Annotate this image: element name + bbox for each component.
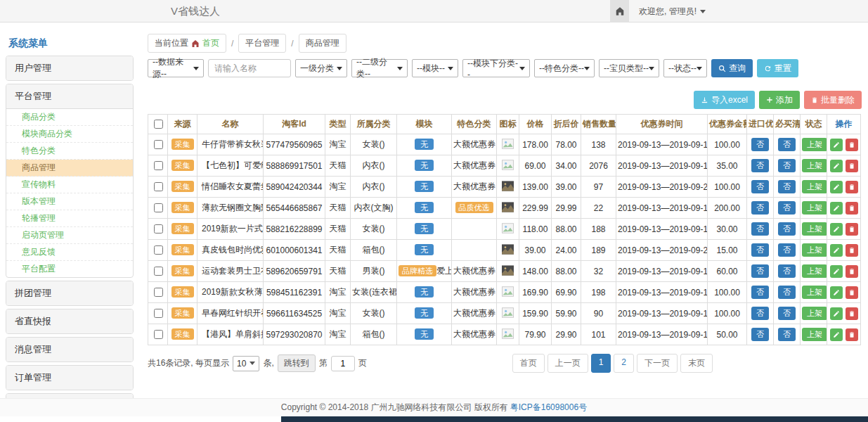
edit-button[interactable] (830, 202, 843, 215)
must-buy-toggle[interactable]: 否 (778, 328, 796, 341)
import-select-toggle[interactable]: 否 (751, 328, 769, 341)
must-buy-toggle[interactable]: 否 (778, 286, 796, 299)
sidebar-group-header[interactable]: 订单管理 (6, 366, 133, 390)
import-select-toggle[interactable]: 否 (751, 180, 769, 193)
delete-button[interactable] (846, 202, 858, 215)
status-toggle[interactable]: 上架 (802, 159, 827, 172)
sidebar-group-header[interactable]: 平台管理 (6, 84, 133, 108)
add-button[interactable]: 添加 (759, 91, 800, 109)
must-buy-toggle[interactable]: 否 (778, 180, 796, 193)
must-buy-toggle[interactable]: 否 (778, 307, 796, 320)
level1-category-select[interactable]: 一级分类 (295, 59, 347, 77)
edit-button[interactable] (830, 265, 843, 278)
row-checkbox[interactable] (154, 288, 163, 297)
edit-button[interactable] (830, 223, 843, 236)
user-menu[interactable]: 欢迎您, 管理员! (639, 6, 706, 18)
row-checkbox[interactable] (154, 267, 163, 276)
sidebar-item[interactable]: 版本管理 (6, 193, 133, 210)
reset-button[interactable]: 重置 (757, 59, 798, 77)
row-checkbox[interactable] (154, 224, 163, 234)
must-buy-toggle[interactable]: 否 (778, 201, 796, 215)
sidebar-item[interactable]: 轮播管理 (6, 210, 133, 227)
sidebar-item[interactable]: 平台配置 (6, 261, 133, 277)
import-select-toggle[interactable]: 否 (751, 243, 769, 257)
page-button[interactable]: 末页 (680, 354, 713, 373)
select-all-checkbox[interactable] (154, 120, 163, 129)
per-page-select[interactable]: 10 (233, 356, 259, 371)
status-select[interactable]: --状态-- (663, 59, 707, 77)
delete-button[interactable] (846, 181, 858, 193)
breadcrumb-item-platform[interactable]: 平台管理 (238, 34, 286, 53)
page-button[interactable]: 上一页 (548, 354, 588, 373)
delete-button[interactable] (846, 307, 858, 320)
breadcrumb-item-products[interactable]: 商品管理 (299, 34, 346, 53)
edit-button[interactable] (830, 139, 843, 151)
delete-button[interactable] (846, 139, 858, 151)
delete-button[interactable] (846, 328, 858, 341)
row-checkbox[interactable] (154, 245, 163, 255)
edit-button[interactable] (830, 181, 843, 193)
status-toggle[interactable]: 上架 (802, 201, 827, 215)
must-buy-toggle[interactable]: 否 (778, 243, 796, 257)
status-toggle[interactable]: 上架 (802, 180, 827, 193)
page-button[interactable]: 首页 (512, 354, 545, 373)
status-toggle[interactable]: 上架 (802, 286, 827, 299)
status-toggle[interactable]: 上架 (802, 328, 827, 341)
edit-button[interactable] (830, 286, 843, 299)
edit-button[interactable] (830, 307, 843, 320)
search-button[interactable]: 查询 (711, 59, 753, 77)
sidebar-item[interactable]: 商品管理 (6, 160, 133, 177)
status-toggle[interactable]: 上架 (802, 138, 827, 151)
delete-button[interactable] (846, 160, 858, 172)
module-select[interactable]: --模块-- (412, 59, 458, 77)
row-checkbox[interactable] (154, 203, 163, 212)
featured-category-select[interactable]: --特色分类-- (534, 59, 595, 77)
row-checkbox[interactable] (154, 330, 163, 339)
sidebar-group-header[interactable]: 消息管理 (6, 338, 133, 362)
nav-home-button[interactable] (610, 0, 629, 23)
must-buy-toggle[interactable]: 否 (778, 159, 796, 172)
sidebar-item[interactable]: 意见反馈 (6, 244, 133, 261)
delete-button[interactable] (846, 286, 858, 299)
must-buy-toggle[interactable]: 否 (778, 222, 796, 236)
status-toggle[interactable]: 上架 (802, 243, 827, 257)
import-select-toggle[interactable]: 否 (751, 222, 769, 236)
module-sub-select[interactable]: --模块下分类-- (462, 59, 530, 77)
sidebar-item[interactable]: 模块商品分类 (6, 126, 133, 143)
item-type-select[interactable]: --宝贝类型-- (599, 59, 659, 77)
edit-button[interactable] (830, 328, 843, 341)
status-toggle[interactable]: 上架 (802, 222, 827, 236)
import-select-toggle[interactable]: 否 (751, 307, 769, 320)
breadcrumb-home-link[interactable]: 首页 (202, 37, 219, 49)
sidebar-group-header[interactable]: 省直快报 (6, 309, 133, 333)
batch-delete-button[interactable]: 批量删除 (804, 91, 862, 109)
must-buy-toggle[interactable]: 否 (778, 264, 796, 278)
edit-button[interactable] (830, 244, 843, 257)
sidebar-item[interactable]: 特色分类 (6, 143, 133, 160)
edit-button[interactable] (830, 160, 843, 172)
sidebar-item[interactable]: 宣传物料 (6, 177, 133, 193)
delete-button[interactable] (846, 223, 858, 236)
icp-link[interactable]: 粤ICP备16098006号 (510, 402, 587, 414)
sidebar-group-header[interactable]: 拼团管理 (6, 281, 133, 305)
row-checkbox[interactable] (154, 140, 163, 149)
import-select-toggle[interactable]: 否 (751, 264, 769, 278)
row-checkbox[interactable] (154, 161, 163, 170)
status-toggle[interactable]: 上架 (802, 307, 827, 320)
jump-button[interactable]: 跳转到 (278, 354, 316, 372)
status-toggle[interactable]: 上架 (802, 264, 827, 278)
level2-category-select[interactable]: --二级分类-- (351, 59, 408, 77)
data-source-select[interactable]: --数据来源-- (148, 59, 204, 77)
must-buy-toggle[interactable]: 否 (778, 138, 796, 151)
name-search-input[interactable] (208, 59, 291, 77)
page-button[interactable]: 下一页 (637, 354, 678, 373)
row-checkbox[interactable] (154, 309, 163, 318)
page-button[interactable]: 2 (614, 354, 634, 373)
import-select-toggle[interactable]: 否 (751, 201, 769, 215)
import-select-toggle[interactable]: 否 (751, 286, 769, 299)
sidebar-item[interactable]: 启动页管理 (6, 227, 133, 244)
import-excel-button[interactable]: 导入excel (694, 91, 755, 109)
page-button[interactable]: 1 (591, 354, 611, 373)
sidebar-item[interactable]: 商品分类 (6, 109, 133, 126)
import-select-toggle[interactable]: 否 (751, 138, 769, 151)
